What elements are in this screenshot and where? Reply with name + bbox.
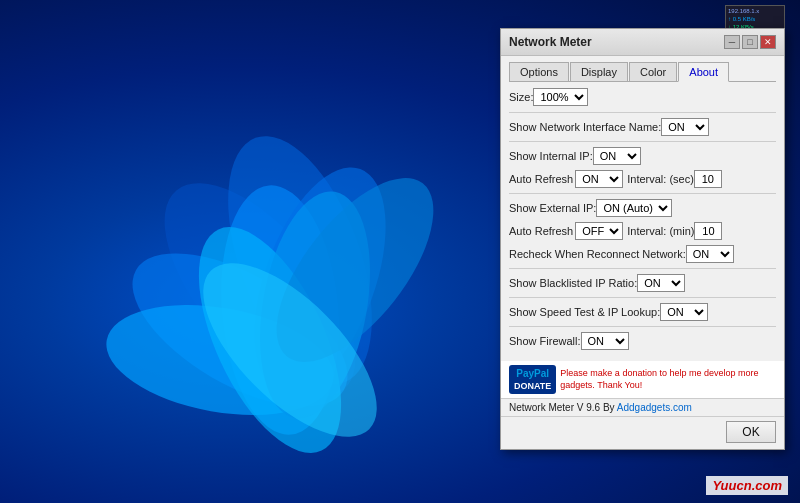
show-internal-ip-row: Show Internal IP: ON OFF [509,147,776,165]
auto-refresh-label: Auto Refresh [509,173,573,185]
interval-sec-label: Interval: (sec) [627,173,694,185]
tab-bar: Options Display Color About [501,56,784,81]
show-external-ip-row: Show External IP: ON (Auto) ON OFF [509,199,776,217]
auto-refresh-internal-row: Auto Refresh ON OFF Interval: (sec) [509,170,776,188]
maximize-button[interactable]: □ [742,35,758,49]
watermark-text: Yuucn.com [712,478,782,493]
ok-button[interactable]: OK [726,421,776,443]
close-button[interactable]: ✕ [760,35,776,49]
show-external-ip-label: Show External IP: [509,202,596,214]
wallpaper-petals [60,10,490,490]
paypal-donate-button[interactable]: PayPalDONATE [509,365,556,394]
show-internal-ip-label: Show Internal IP: [509,150,593,162]
recheck-row: Recheck When Reconnect Network: ON OFF [509,245,776,263]
show-network-interface-select[interactable]: ON OFF [661,118,709,136]
tab-options[interactable]: Options [509,62,569,81]
donate-bar: PayPalDONATE Please make a donation to h… [501,361,784,399]
show-external-ip-select[interactable]: ON (Auto) ON OFF [596,199,672,217]
title-bar: Network Meter ─ □ ✕ [501,29,784,56]
show-blacklisted-row: Show Blacklisted IP Ratio: ON OFF [509,274,776,292]
interval-sec-input[interactable] [694,170,722,188]
size-select[interactable]: 100% 125% 150% 75% [533,88,588,106]
version-text: Network Meter V 9.6 By [509,402,615,413]
addgadgets-link[interactable]: Addgadgets.com [617,402,692,413]
tab-display[interactable]: Display [570,62,628,81]
tab-color[interactable]: Color [629,62,677,81]
show-firewall-label: Show Firewall: [509,335,581,347]
interval-min-input[interactable] [694,222,722,240]
window-controls: ─ □ ✕ [724,35,776,49]
interval-min-label: Interval: (min) [627,225,694,237]
ok-button-bar: OK [501,416,784,449]
network-meter-window: Network Meter ─ □ ✕ Options Display Colo… [500,28,785,450]
recheck-label: Recheck When Reconnect Network: [509,248,686,260]
recheck-select[interactable]: ON OFF [686,245,734,263]
show-network-interface-label: Show Network Interface Name: [509,121,661,133]
show-speed-test-select[interactable]: ON OFF [660,303,708,321]
size-row: Size: 100% 125% 150% 75% [509,88,776,106]
auto-refresh2-select[interactable]: OFF ON [575,222,623,240]
show-blacklisted-select[interactable]: ON OFF [637,274,685,292]
show-blacklisted-label: Show Blacklisted IP Ratio: [509,277,637,289]
auto-refresh-external-row: Auto Refresh OFF ON Interval: (min) [509,222,776,240]
show-internal-ip-select[interactable]: ON OFF [593,147,641,165]
show-speed-test-row: Show Speed Test & IP Lookup: ON OFF [509,303,776,321]
show-firewall-select[interactable]: ON OFF [581,332,629,350]
minimize-button[interactable]: ─ [724,35,740,49]
tab-about[interactable]: About [678,62,729,82]
show-speed-test-label: Show Speed Test & IP Lookup: [509,306,660,318]
version-bar: Network Meter V 9.6 By Addgadgets.com [501,399,784,416]
auto-refresh2-label: Auto Refresh [509,225,573,237]
donate-message: Please make a donation to help me develo… [560,368,776,391]
watermark: Yuucn.com [706,476,788,495]
size-label: Size: [509,91,533,103]
show-firewall-row: Show Firewall: ON OFF [509,332,776,350]
desktop: 192.168.1.x ↑ 0.5 KB/s ↓ 12 KB/s Network… [0,0,800,503]
show-network-interface-row: Show Network Interface Name: ON OFF [509,118,776,136]
auto-refresh-select[interactable]: ON OFF [575,170,623,188]
window-title: Network Meter [509,35,592,49]
options-content: Size: 100% 125% 150% 75% Show Network In… [501,82,784,361]
